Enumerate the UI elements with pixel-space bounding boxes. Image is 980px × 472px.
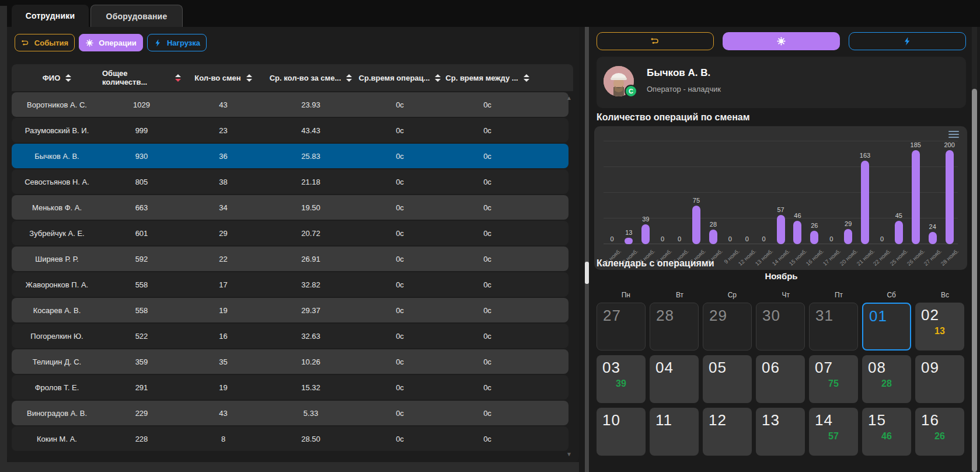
column-header-3[interactable]: Ср. кол-во за сме... (266, 74, 356, 82)
calendar-day-16[interactable]: 1626 (915, 408, 964, 456)
bar-value-label: 185 (911, 141, 921, 148)
calendar-day-12[interactable]: 12 (703, 408, 752, 456)
tab-equipment[interactable]: Оборудование (90, 5, 183, 27)
table-row[interactable]: Зубрейчук А. Е.6012920.720с0с (12, 221, 569, 245)
table-row[interactable]: Севостьянов Н. А.8053821.180с0с (12, 169, 569, 194)
table-cell: Телицин Д. С. (12, 358, 102, 366)
load-filter-button[interactable]: Нагрузка (147, 34, 207, 51)
bar-slot: 132 нояб. (620, 141, 637, 244)
table-cell: 0с (444, 383, 531, 392)
table-row[interactable]: Бычков А. В.9303625.830с0с (12, 144, 569, 168)
calendar-day-04[interactable]: 04 (650, 355, 699, 403)
calendar-day-06[interactable]: 06 (756, 355, 805, 403)
table-cell: Севостьянов Н. А. (12, 178, 102, 186)
table-row[interactable]: Телицин Д. С.3593510.260с0с (12, 349, 569, 374)
table-row[interactable]: Кокин М. А.228828.500с0с (12, 426, 569, 451)
table-cell: 0с (356, 178, 444, 186)
chart-menu-icon[interactable] (948, 131, 959, 140)
table-row[interactable]: Разумовский В. И.9992343.430с0с (12, 118, 569, 143)
middle-scrollbar-track[interactable] (585, 27, 589, 472)
table-cell: 805 (102, 178, 181, 186)
middle-scrollbar-thumb[interactable] (585, 262, 589, 284)
day-number: 30 (762, 307, 780, 325)
calendar-day-31[interactable]: 31 (809, 303, 858, 350)
calendar-day-01[interactable]: 01 (862, 303, 911, 350)
calendar-month-label: Ноябрь (597, 271, 966, 281)
table-cell: 5.33 (266, 409, 356, 418)
bar-value-label: 0 (678, 235, 681, 242)
bar-value-label: 0 (762, 235, 766, 242)
bar-value-label: 0 (610, 235, 613, 242)
column-header-5[interactable]: Ср. время между ... (444, 74, 531, 82)
calendar-day-08[interactable]: 0828 (862, 355, 911, 403)
table-cell: 592 (102, 255, 181, 263)
column-header-4[interactable]: Ср.время операц... (356, 74, 444, 82)
day-number: 02 (921, 306, 939, 324)
calendar-day-10[interactable]: 10 (597, 408, 646, 456)
calendar-day-28[interactable]: 28 (650, 303, 699, 350)
calendar-day-07[interactable]: 0775 (809, 355, 858, 403)
operations-filter-button[interactable]: Операции (79, 34, 143, 51)
bar-value-label: 163 (860, 152, 870, 159)
calendar-day-15[interactable]: 1546 (862, 408, 911, 456)
calendar-day-30[interactable]: 30 (756, 303, 805, 350)
table-cell: 0с (356, 332, 444, 341)
bar-slot: 288 нояб. (705, 141, 721, 244)
table-cell: 10.26 (266, 358, 356, 366)
table-cell: 229 (102, 409, 181, 418)
calendar-day-14[interactable]: 1457 (809, 408, 858, 456)
calendar-day-27[interactable]: 27 (597, 303, 646, 350)
table-cell: Виноградов А. В. (12, 409, 102, 418)
table-cell: 0с (356, 280, 444, 289)
tab-equipment-label: Оборудование (106, 12, 168, 21)
lightning-icon (902, 36, 912, 46)
column-header-2[interactable]: Кол-во смен (181, 74, 266, 82)
table-row[interactable]: Фролов Т. Е.2911915.320с0с (12, 375, 569, 400)
calendar-day-13[interactable]: 13 (756, 408, 805, 456)
table-row[interactable]: Воротников А. С.10294323.930с0с (12, 92, 569, 117)
calendar-day-03[interactable]: 0339 (597, 355, 646, 403)
column-header-0[interactable]: ФИО (12, 74, 102, 82)
bar-slot: 4525 нояб. (890, 141, 907, 244)
tab-employees[interactable]: Сотрудники (12, 5, 89, 27)
calendar-day-02[interactable]: 0213 (915, 303, 964, 350)
table-cell: 0с (444, 255, 531, 263)
calendar-day-29[interactable]: 29 (703, 303, 752, 350)
table-row[interactable]: Жаворонков П. А.5581732.820с0с (12, 272, 569, 297)
table-cell: 0с (444, 306, 531, 315)
detail-operations-button[interactable] (723, 32, 840, 50)
bar-value-label: 45 (895, 212, 902, 219)
bar (912, 150, 920, 244)
detail-events-button[interactable] (597, 32, 714, 50)
table-cell: 36 (181, 152, 266, 161)
table-scroll-up-icon[interactable]: ▲ (566, 95, 572, 101)
table-cell: 0с (444, 152, 531, 161)
calendar-grid: 2728293031010213033904050607750828091011… (597, 303, 970, 456)
table-cell: 38 (181, 178, 266, 186)
detail-load-button[interactable] (849, 32, 966, 50)
calendar-day-11[interactable]: 11 (650, 408, 699, 456)
table-row[interactable]: Косарев А. В.5581929.370с0с (12, 298, 569, 322)
calendar-day-05[interactable]: 05 (703, 355, 752, 403)
events-filter-button[interactable]: События (15, 34, 75, 51)
calendar-day-09[interactable]: 09 (915, 355, 964, 403)
table-cell: 0с (356, 435, 444, 443)
right-scrollbar-thumb[interactable] (972, 89, 977, 472)
bar-slot: 017 нояб. (823, 141, 840, 244)
table-row[interactable]: Погорелкин Ю.5221632.630с0с (12, 324, 569, 348)
table-cell: 291 (102, 383, 181, 392)
operations-filter-label: Операции (99, 39, 136, 47)
filter-buttons: События Операции Нагрузка (15, 34, 207, 51)
column-header-1[interactable]: Общее количеств... (102, 69, 181, 86)
bar (861, 161, 869, 244)
bar-value-label: 39 (642, 216, 649, 223)
table-scroll-down-icon[interactable]: ▼ (566, 451, 572, 457)
table-cell: 35 (181, 358, 266, 366)
table-cell: 43 (181, 100, 266, 109)
table-row[interactable]: Виноградов А. В.229435.330с0с (12, 401, 569, 425)
table-cell: 0с (444, 203, 531, 212)
table-cell: Меньков Ф. А. (12, 203, 102, 212)
bar-value-label: 46 (794, 212, 801, 219)
table-row[interactable]: Меньков Ф. А.6633419.500с0с (12, 195, 569, 220)
table-row[interactable]: Ширяев Р. Р.5922226.910с0с (12, 247, 569, 271)
